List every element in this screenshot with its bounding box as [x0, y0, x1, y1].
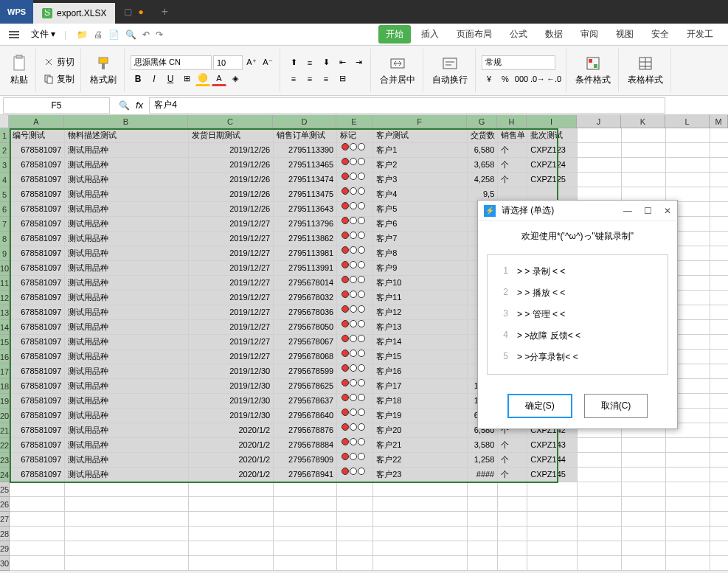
tab-win-icon[interactable]: ▢ [124, 7, 132, 17]
row-header[interactable]: 16 [0, 350, 10, 364]
cell[interactable]: CXPZ145 [527, 468, 578, 482]
row-header[interactable]: 28 [0, 527, 10, 541]
cell[interactable]: 客户8 [373, 246, 468, 261]
cell[interactable] [710, 394, 728, 409]
cell[interactable] [578, 453, 622, 468]
row-header[interactable]: 7 [0, 217, 10, 232]
cell[interactable] [710, 261, 728, 276]
cell[interactable]: 2020/1/2 [189, 453, 274, 468]
cell[interactable]: 678581097 [10, 394, 65, 409]
cell[interactable] [578, 527, 622, 541]
italic-button[interactable]: I [147, 72, 162, 86]
cell[interactable]: 测试用品种 [65, 246, 189, 261]
cell[interactable] [710, 335, 728, 350]
col-header-M[interactable]: M [710, 115, 728, 128]
cell[interactable] [189, 482, 274, 497]
cell[interactable]: 3,658 [468, 158, 498, 173]
cell[interactable] [274, 482, 337, 497]
cell[interactable]: 客户11 [373, 291, 468, 305]
cell[interactable] [666, 453, 710, 468]
cell[interactable]: 个 [498, 143, 527, 158]
cell[interactable]: 678581097 [10, 232, 65, 246]
cell[interactable]: 2019/12/27 [189, 261, 274, 276]
cell[interactable] [622, 158, 666, 173]
cell[interactable]: 2795113796 [274, 217, 337, 232]
cell[interactable]: 678581097 [10, 305, 65, 320]
indent-inc-icon[interactable]: ⇥ [351, 55, 366, 70]
row-header[interactable]: 19 [0, 394, 10, 409]
col-header-H[interactable]: H [497, 115, 527, 128]
cell[interactable] [498, 512, 527, 527]
cell[interactable] [666, 173, 710, 187]
cell[interactable]: 客户2 [373, 158, 468, 173]
row-header[interactable]: 18 [0, 379, 10, 394]
cell[interactable] [622, 468, 666, 482]
cell[interactable]: 678581097 [10, 438, 65, 453]
cell[interactable]: 678581097 [10, 261, 65, 276]
cell[interactable]: 2795678014 [274, 276, 337, 291]
row-header[interactable]: 8 [0, 232, 10, 246]
fullwidth-button[interactable]: ◈ [228, 72, 243, 86]
cell[interactable]: 个 [498, 173, 527, 187]
cell[interactable]: 编号测试 [10, 128, 65, 143]
cell[interactable] [710, 423, 728, 438]
cell[interactable]: 交货数 [468, 128, 498, 143]
cell[interactable]: CXPZ123 [527, 143, 578, 158]
cell[interactable] [622, 173, 666, 187]
cell[interactable] [337, 394, 373, 409]
cell[interactable]: 678581097 [10, 335, 65, 350]
cell[interactable] [65, 482, 189, 497]
row-header[interactable]: 13 [0, 305, 10, 320]
cell[interactable]: 测试用品种 [65, 423, 189, 438]
cell[interactable] [65, 512, 189, 527]
cell[interactable] [337, 527, 373, 541]
cell[interactable]: 2019/12/30 [189, 379, 274, 394]
cell[interactable]: 测试用品种 [65, 217, 189, 232]
cell[interactable]: 测试用品种 [65, 409, 189, 423]
paste-button[interactable]: 粘贴 [7, 52, 31, 89]
cell[interactable] [10, 497, 65, 512]
cell[interactable] [527, 482, 578, 497]
cell[interactable]: 2795678876 [274, 423, 337, 438]
cell[interactable]: 客户23 [373, 468, 468, 482]
cell[interactable] [710, 246, 728, 261]
cell[interactable]: 测试用品种 [65, 232, 189, 246]
align-left-icon[interactable]: ≡ [286, 72, 301, 86]
row-header[interactable]: 29 [0, 541, 10, 556]
cell[interactable]: 678581097 [10, 143, 65, 158]
cell[interactable]: 测试用品种 [65, 350, 189, 364]
cell[interactable]: 2019/12/27 [189, 276, 274, 291]
format-painter-button[interactable]: 格式刷 [87, 52, 119, 89]
new-tab-button[interactable]: + [153, 5, 177, 18]
cell[interactable] [710, 468, 728, 482]
dialog-option[interactable]: 2> > 播放 < < [490, 282, 665, 304]
cell[interactable]: 678581097 [10, 187, 65, 202]
cell[interactable]: 678581097 [10, 468, 65, 482]
cell[interactable] [373, 482, 468, 497]
table-style-button[interactable]: 表格样式 [625, 52, 666, 89]
hamburger-icon[interactable] [6, 28, 22, 41]
tab-data[interactable]: 数据 [536, 24, 572, 45]
cell[interactable] [710, 202, 728, 217]
font-color-button[interactable]: A [212, 72, 226, 86]
cell[interactable]: 2020/1/2 [189, 423, 274, 438]
print-icon[interactable]: 📄 [107, 28, 121, 41]
cell[interactable]: 物料描述测试 [65, 128, 189, 143]
cell[interactable] [710, 453, 728, 468]
cell[interactable] [666, 468, 710, 482]
row-header[interactable]: 22 [0, 438, 10, 453]
cell[interactable]: 客户7 [373, 232, 468, 246]
cell[interactable]: 个 [498, 453, 527, 468]
col-header-J[interactable]: J [577, 115, 621, 128]
cell[interactable]: 678581097 [10, 364, 65, 379]
cell[interactable] [622, 527, 666, 541]
dialog-option[interactable]: 4> >故障 反馈< < [490, 325, 665, 347]
cell[interactable]: 2795678599 [274, 364, 337, 379]
cell[interactable] [337, 187, 373, 202]
cell[interactable] [337, 261, 373, 276]
cell[interactable]: 客户4 [373, 187, 468, 202]
cell[interactable] [10, 527, 65, 541]
cell[interactable] [65, 556, 189, 571]
cell[interactable]: 批次测试 [527, 128, 578, 143]
cell[interactable] [710, 556, 728, 571]
